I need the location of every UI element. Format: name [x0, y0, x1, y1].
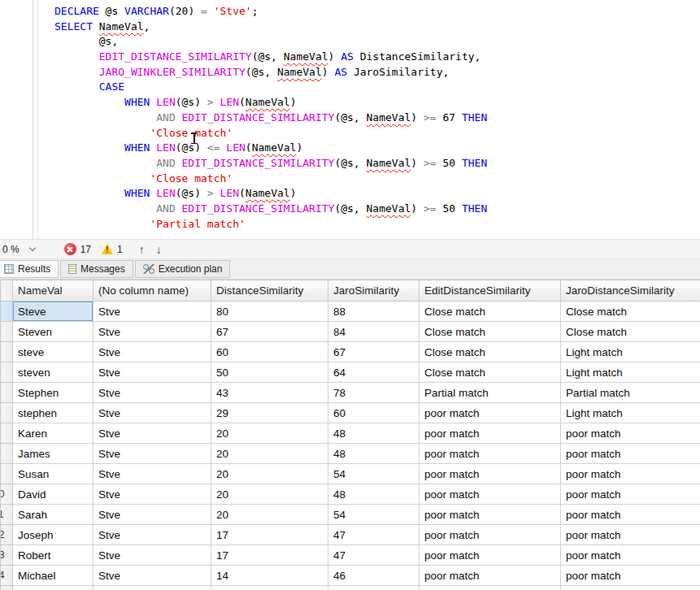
grid-cell[interactable]: 17 — [211, 525, 328, 545]
grid-cell[interactable]: Stve — [93, 423, 211, 444]
grid-cell[interactable]: 20 — [211, 484, 328, 505]
grid-cell[interactable]: Light match — [561, 403, 700, 423]
grid-cell[interactable]: Close match — [561, 322, 700, 342]
code-area[interactable]: DECLARE @s VARCHAR(20) = 'Stve';SELECT N… — [54, 4, 487, 232]
column-header[interactable]: JaroDistanceSimilarity — [561, 280, 700, 302]
grid-cell[interactable]: poor match — [561, 525, 700, 545]
grid-cell[interactable]: poor match — [420, 484, 561, 505]
grid-cell[interactable]: James — [13, 444, 93, 464]
grid-cell[interactable]: poor match — [561, 545, 700, 566]
grid-cell[interactable]: poor match — [561, 444, 700, 464]
grid-cell[interactable]: Stve — [93, 383, 211, 403]
row-header[interactable]: 13 — [1, 545, 13, 566]
grid-cell[interactable]: poor match — [561, 423, 700, 444]
grid-cell[interactable]: 84 — [328, 322, 420, 342]
grid-cell[interactable]: Light match — [561, 342, 700, 362]
row-header[interactable]: 14 — [1, 566, 13, 586]
grid-cell[interactable]: Stve — [93, 464, 211, 484]
grid-cell[interactable]: Stve — [93, 586, 211, 590]
grid-cell[interactable]: Steve — [13, 302, 93, 322]
grid-cell[interactable]: poor match — [420, 464, 561, 484]
grid-cell[interactable]: Close match — [561, 302, 700, 322]
grid-cell[interactable]: Stve — [93, 302, 211, 322]
grid-cell[interactable]: poor match — [420, 525, 561, 545]
grid-cell[interactable]: poor match — [561, 464, 700, 484]
grid-cell[interactable]: 20 — [211, 505, 328, 525]
grid-cell[interactable]: 54 — [328, 464, 420, 484]
grid-cell[interactable]: Joseph — [13, 525, 93, 545]
grid-cell[interactable]: 20 — [211, 444, 328, 464]
tab-messages[interactable]: Messages — [60, 260, 133, 278]
grid-cell[interactable]: Stve — [93, 505, 211, 525]
grid-cell[interactable]: 14 — [211, 566, 328, 586]
grid-cell[interactable]: Partial match — [561, 383, 700, 403]
grid-cell[interactable]: steve — [13, 342, 93, 362]
row-header[interactable]: 9 — [1, 464, 13, 484]
error-indicator[interactable]: 17 — [64, 243, 91, 255]
column-header[interactable]: (No column name) — [93, 280, 211, 302]
warning-indicator[interactable]: 1 — [102, 244, 123, 255]
grid-cell[interactable]: Sarah — [13, 505, 93, 525]
tab-results[interactable]: Results — [0, 260, 59, 278]
grid-cell[interactable]: poor match — [420, 545, 561, 566]
grid-cell[interactable]: Karen — [13, 423, 93, 444]
grid-cell[interactable]: 48 — [328, 423, 420, 444]
row-header[interactable]: 4 — [1, 362, 13, 383]
grid-cell[interactable]: 47 — [328, 525, 420, 545]
grid-cell[interactable]: poor match — [561, 505, 700, 525]
grid-cell[interactable]: David — [13, 484, 93, 505]
grid-cell[interactable]: 20 — [211, 464, 328, 484]
grid-cell[interactable]: Close match — [420, 302, 561, 322]
previous-issue-button[interactable]: ↑ — [139, 243, 145, 256]
grid-cell[interactable]: Stve — [93, 525, 211, 545]
grid-cell[interactable]: 20 — [211, 423, 328, 444]
grid-cell[interactable]: 29 — [211, 403, 328, 423]
grid-cell[interactable]: 60 — [211, 342, 328, 362]
column-header[interactable]: JaroSimilarity — [328, 280, 420, 302]
zoom-control[interactable]: 0 % — [0, 240, 35, 258]
grid-cell[interactable]: 67 — [328, 342, 420, 362]
grid-cell[interactable]: poor match — [561, 484, 700, 505]
row-header[interactable]: 11 — [1, 505, 13, 525]
grid-cell[interactable]: Susan — [13, 464, 93, 484]
grid-cell[interactable]: Stve — [93, 566, 211, 586]
grid-cell[interactable]: Steven — [13, 322, 93, 342]
column-header[interactable]: DistanceSimilarity — [211, 280, 328, 302]
grid-cell[interactable]: Stephen — [13, 383, 93, 403]
column-header[interactable]: NameVal — [13, 280, 93, 302]
grid-cell[interactable]: Stve — [93, 342, 211, 362]
grid-cell[interactable]: Stve — [93, 403, 211, 423]
grid-cell[interactable]: Stephanie — [13, 586, 93, 590]
grid-cell[interactable]: poor match — [420, 403, 561, 423]
grid-cell[interactable]: steven — [13, 362, 93, 383]
grid-cell[interactable]: 48 — [328, 484, 420, 505]
row-header[interactable]: 1 — [1, 302, 13, 322]
grid-cell[interactable]: Partial match — [420, 383, 561, 403]
grid-cell[interactable]: poor match — [420, 505, 561, 525]
row-header[interactable]: 15 — [1, 586, 13, 590]
tab-execution-plan[interactable]: Execution plan — [135, 260, 231, 278]
grid-cell[interactable]: Stve — [93, 484, 211, 505]
grid-cell[interactable]: Stve — [93, 322, 211, 342]
grid-cell[interactable]: 48 — [328, 444, 420, 464]
grid-cell[interactable]: Stve — [93, 362, 211, 383]
grid-cell[interactable]: Michael — [13, 566, 93, 586]
grid-cell[interactable]: poor match — [420, 586, 561, 590]
grid-cell[interactable]: 60 — [328, 403, 420, 423]
grid-cell[interactable]: 46 — [328, 566, 420, 586]
sql-editor[interactable]: DECLARE @s VARCHAR(20) = 'Stve';SELECT N… — [0, 0, 700, 239]
grid-cell[interactable]: Close match — [420, 322, 561, 342]
row-header[interactable]: 12 — [1, 525, 13, 545]
grid-cell[interactable]: Robert — [13, 545, 93, 566]
grid-cell[interactable]: Light match — [561, 362, 700, 383]
grid-cell[interactable]: 47 — [328, 545, 420, 566]
select-all-corner[interactable] — [1, 280, 13, 302]
grid-cell[interactable]: 54 — [328, 505, 420, 525]
grid-cell[interactable]: Stve — [93, 444, 211, 464]
row-header[interactable]: 3 — [1, 342, 13, 362]
grid-cell[interactable]: Close match — [420, 342, 561, 362]
row-header[interactable]: 7 — [1, 423, 13, 444]
grid-cell[interactable]: poor match — [420, 566, 561, 586]
grid-cell[interactable]: Stve — [93, 545, 211, 566]
next-issue-button[interactable]: ↓ — [156, 243, 162, 256]
